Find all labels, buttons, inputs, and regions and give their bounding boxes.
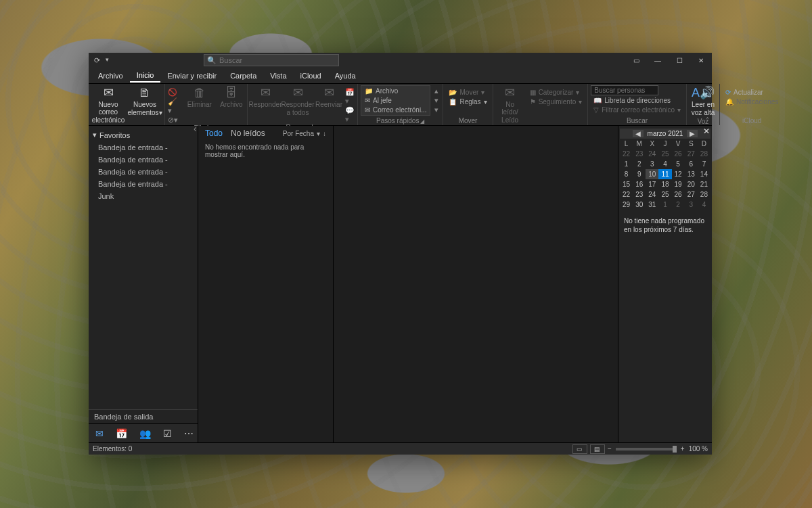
new-mail-button[interactable]: ✉ Nuevo correo electrónico xyxy=(91,85,125,125)
view-reading-button[interactable]: ▤ xyxy=(590,444,605,454)
tasks-module-icon[interactable]: ☑ xyxy=(163,428,172,439)
calendar-day[interactable]: 24 xyxy=(646,189,658,200)
calendar-day[interactable]: 26 xyxy=(672,149,685,159)
filter-all[interactable]: Todo xyxy=(205,129,223,138)
junk-icon[interactable]: ⊘▾ xyxy=(168,116,181,124)
quickstep-archive[interactable]: 📁Archivo xyxy=(362,87,429,95)
tab-help[interactable]: Ayuda xyxy=(328,70,363,82)
calendar-day[interactable]: 1 xyxy=(620,159,633,169)
collapse-nav-icon[interactable]: ‹ xyxy=(194,123,197,134)
calendar-day[interactable]: 28 xyxy=(698,149,710,159)
mail-module-icon[interactable]: ✉ xyxy=(95,428,104,439)
calendar-day[interactable]: 2 xyxy=(672,200,685,210)
calendar-day[interactable]: 1 xyxy=(658,200,671,210)
filter-email-button[interactable]: ▽Filtrar correo electrónico▾ xyxy=(591,106,683,114)
move-button[interactable]: 📂Mover▾ xyxy=(446,88,489,97)
calendar-day[interactable]: 20 xyxy=(685,179,698,189)
archive-button[interactable]: 🗄 Archivo xyxy=(219,85,244,110)
tab-sendreceive[interactable]: Enviar y recibir xyxy=(160,70,223,82)
tab-folder[interactable]: Carpeta xyxy=(223,70,263,82)
tab-icloud[interactable]: iCloud xyxy=(294,70,328,82)
calendar-day[interactable]: 14 xyxy=(698,169,710,179)
calendar-day[interactable]: 26 xyxy=(672,189,685,200)
calendar-day[interactable]: 6 xyxy=(685,159,698,169)
calendar-day[interactable]: 28 xyxy=(698,189,710,200)
calendar-day[interactable]: 4 xyxy=(698,200,710,210)
quickstep-down-icon[interactable]: ▾ xyxy=(434,96,438,105)
quickstep-boss[interactable]: ✉Al jefe xyxy=(362,96,429,105)
calendar-day[interactable]: 27 xyxy=(685,189,698,200)
calendar-day[interactable]: 21 xyxy=(698,179,710,189)
calendar-prev-icon[interactable]: ◀ xyxy=(633,130,644,137)
search-input[interactable] xyxy=(219,56,336,64)
calendar-day[interactable]: 23 xyxy=(633,149,646,159)
search-box[interactable]: 🔍 xyxy=(204,54,339,66)
quickstep-more-icon[interactable]: ▾ xyxy=(434,106,438,114)
calendar-module-icon[interactable]: 📅 xyxy=(116,428,127,439)
favorites-header[interactable]: ▾ Favoritos xyxy=(89,129,198,141)
calendar-next-icon[interactable]: ▶ xyxy=(687,130,698,137)
more-modules-icon[interactable]: ⋯ xyxy=(184,428,194,439)
tab-file[interactable]: Archivo xyxy=(91,70,130,82)
calendar-day[interactable]: 8 xyxy=(620,169,633,179)
calendar-day[interactable]: 2 xyxy=(633,159,646,169)
qat-dropdown-icon[interactable]: ▾ xyxy=(106,56,109,65)
calendar-day[interactable]: 29 xyxy=(620,200,633,210)
collapse-ribbon-icon[interactable]: ˄ xyxy=(706,116,709,124)
search-people-input[interactable] xyxy=(591,85,658,95)
address-book-button[interactable]: 📖Libreta de direcciones xyxy=(591,96,683,105)
sidebar-folder-item[interactable]: Junk xyxy=(89,190,198,202)
calendar-day[interactable]: 25 xyxy=(658,189,671,200)
close-todo-bar-icon[interactable]: ✕ xyxy=(703,126,710,136)
calendar-day[interactable]: 19 xyxy=(672,179,685,189)
calendar-day[interactable]: 7 xyxy=(698,159,710,169)
sidebar-folder-item[interactable]: Bandeja de entrada - xyxy=(89,154,198,166)
quickstep-email[interactable]: ✉Correo electróni... xyxy=(362,106,429,114)
calendar-day[interactable]: 5 xyxy=(672,159,685,169)
calendar-day[interactable]: 16 xyxy=(633,179,646,189)
sort-button[interactable]: Por Fecha ▾ ↓ xyxy=(283,130,326,137)
calendar-day[interactable]: 27 xyxy=(685,149,698,159)
forward-button[interactable]: ✉ Reenviar xyxy=(315,85,342,110)
calendar-day[interactable]: 15 xyxy=(620,179,633,189)
calendar-day[interactable]: 3 xyxy=(685,200,698,210)
calendar-day[interactable]: 30 xyxy=(633,200,646,210)
sidebar-folder-item[interactable]: Bandeja de entrada - xyxy=(89,178,198,190)
filter-unread[interactable]: No leídos xyxy=(231,129,265,138)
new-items-button[interactable]: 🗎 Nuevos elementos▾ xyxy=(128,85,162,118)
zoom-in-icon[interactable]: + xyxy=(681,445,685,453)
view-normal-button[interactable]: ▭ xyxy=(572,444,587,454)
reply-all-button[interactable]: ✉ Responder a todos xyxy=(283,85,313,118)
tab-home[interactable]: Inicio xyxy=(130,69,161,83)
calendar-day[interactable]: 22 xyxy=(620,149,633,159)
calendar-day[interactable]: 3 xyxy=(646,159,658,169)
ignore-icon[interactable]: 🚫 xyxy=(168,88,181,97)
calendar-day[interactable]: 12 xyxy=(672,169,685,179)
sidebar-folder-item[interactable]: Bandeja de entrada - xyxy=(89,166,198,178)
zoom-out-icon[interactable]: − xyxy=(608,445,612,453)
quickstep-up-icon[interactable]: ▴ xyxy=(434,87,438,95)
read-aloud-button[interactable]: A🔊 Leer en voz alta xyxy=(690,85,717,118)
im-icon[interactable]: 💬▾ xyxy=(345,106,355,124)
calendar-day[interactable]: 4 xyxy=(658,159,671,169)
calendar-day[interactable]: 22 xyxy=(620,189,633,200)
icloud-refresh-button[interactable]: ⟳Actualizar xyxy=(723,88,781,97)
people-module-icon[interactable]: 👥 xyxy=(139,428,151,439)
minimize-button[interactable]: — xyxy=(647,53,669,68)
calendar-day[interactable]: 24 xyxy=(646,149,658,159)
sidebar-folder-item[interactable]: Bandeja de entrada - xyxy=(89,141,198,154)
calendar-day[interactable]: 13 xyxy=(685,169,698,179)
outbox-item[interactable]: Bandeja de salida xyxy=(89,409,198,423)
delete-button[interactable]: 🗑 Eliminar xyxy=(183,85,216,110)
cleanup-icon[interactable]: 🧹▾ xyxy=(168,97,181,115)
sync-icon[interactable]: ⟳ xyxy=(94,56,100,65)
rules-button[interactable]: 📋Reglas▾ xyxy=(446,97,489,106)
categorize-button[interactable]: ▦Categorizar▾ xyxy=(527,88,585,97)
ribbon-display-options[interactable]: ▭ xyxy=(625,53,647,68)
calendar-day[interactable]: 10 xyxy=(646,169,658,179)
calendar-day[interactable]: 31 xyxy=(646,200,658,210)
quicksteps-launcher-icon[interactable]: ◢ xyxy=(420,118,424,124)
icloud-notifications-button[interactable]: 🔔Notificaciones xyxy=(723,97,781,106)
calendar-day[interactable]: 23 xyxy=(633,189,646,200)
zoom-slider[interactable] xyxy=(616,448,677,451)
